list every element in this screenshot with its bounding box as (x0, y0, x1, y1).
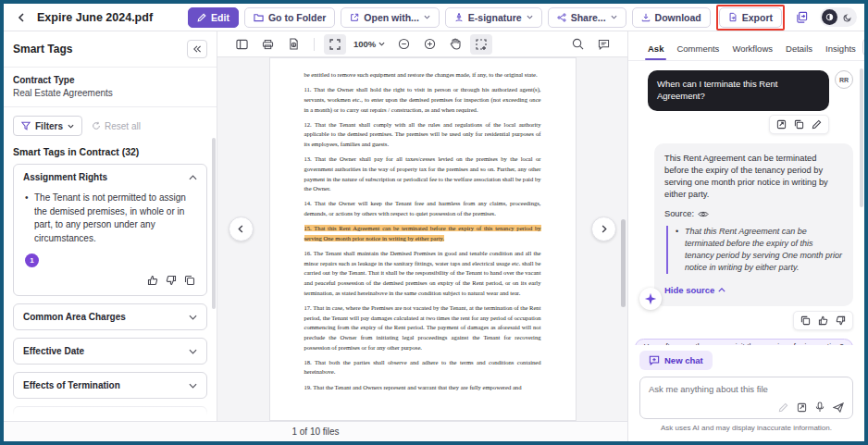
contrast-icon (825, 13, 834, 21)
tab-ask[interactable]: Ask (641, 40, 670, 60)
pdf-paragraph: 19. That the Tenant and Owners represent… (304, 383, 541, 393)
copy-icon[interactable] (184, 275, 195, 286)
annotations-button[interactable] (592, 34, 614, 55)
accordion-header[interactable]: Common Area Charges (14, 304, 206, 329)
user-avatar[interactable]: RR (835, 70, 853, 89)
print-button[interactable] (256, 34, 279, 55)
thumbs-down-icon[interactable] (166, 275, 177, 286)
filters-button[interactable]: Filters (13, 116, 82, 136)
pdf-paragraphs: be entitled to remove such equipment and… (304, 70, 541, 392)
thumbs-down-icon[interactable] (836, 315, 846, 326)
thumbnails-toggle-button[interactable] (230, 34, 253, 55)
open-with-label: Open with... (364, 12, 419, 23)
ai-disclaimer: Ask uses AI and may display inaccurate i… (639, 419, 853, 438)
filter-funnel-icon (21, 121, 31, 130)
quote-export-icon[interactable] (776, 119, 787, 130)
theme-toggle[interactable] (820, 7, 857, 27)
previous-page-button[interactable] (229, 216, 254, 241)
pen-icon[interactable] (778, 402, 788, 413)
panel-bottom: New chat Ask me anything about this file… (628, 345, 864, 441)
ai-message-actions (639, 311, 853, 330)
accordion-collapsed: Expiration Date (13, 406, 207, 421)
open-with-button[interactable]: Open with... (341, 7, 440, 28)
next-page-button[interactable] (591, 216, 616, 241)
chevron-down-icon (611, 15, 617, 19)
accordion-header[interactable]: Assignment Rights (14, 165, 206, 190)
pan-tool-button[interactable] (444, 34, 466, 55)
double-chevron-left-icon (192, 45, 202, 53)
search-button[interactable] (566, 34, 589, 55)
occurrence-badge[interactable]: 1 (25, 253, 39, 267)
ai-avatar (639, 288, 662, 310)
search-icon (572, 38, 584, 50)
accordion-header[interactable]: Effects of Termination (14, 373, 206, 398)
ai-answer-bubble: This Rent Agreement can be terminated be… (654, 143, 853, 306)
pdf-scrollbar[interactable] (621, 219, 626, 307)
zoom-out-button[interactable] (392, 34, 415, 55)
tab-comments[interactable]: Comments (670, 40, 725, 60)
hide-source-link[interactable]: Hide source (664, 284, 725, 296)
fit-to-screen-button[interactable] (324, 34, 346, 55)
reset-all-label: Reset all (105, 121, 141, 131)
microphone-icon[interactable] (815, 402, 825, 413)
edit-label: Edit (211, 12, 229, 23)
thumbs-up-icon[interactable] (818, 315, 828, 326)
back-button[interactable] (13, 9, 30, 26)
attach-content-icon[interactable] (797, 402, 807, 413)
pdf-paragraph-text: 13. That the Owner shall pay for all tax… (304, 155, 541, 192)
suggested-question-chip[interactable]: How often can the owner visit the premis… (635, 339, 853, 345)
pdf-canvas: be entitled to remove such equipment and… (217, 57, 627, 421)
tab-workflows[interactable]: Workflows (725, 40, 779, 60)
pdf-paragraph-text: 19. That the Tenant and Owners represent… (304, 384, 522, 390)
contract-type-block: Contract Type Real Estate Agreements (4, 68, 217, 107)
go-to-folder-button[interactable]: Go to Folder (244, 7, 335, 28)
eye-icon[interactable] (698, 210, 709, 218)
chevron-down-icon (189, 417, 197, 422)
esignature-button[interactable]: E-signature (445, 7, 542, 28)
hand-icon (450, 38, 461, 50)
document-download-button[interactable] (282, 34, 304, 55)
share-button[interactable]: Share... (548, 7, 626, 28)
pdf-page: be entitled to remove such equipment and… (269, 57, 577, 421)
collections-button[interactable] (790, 7, 812, 28)
tabs-expand-button[interactable] (862, 39, 868, 56)
copy-icon[interactable] (794, 119, 804, 130)
ask-input[interactable]: Ask me anything about this file (639, 377, 853, 419)
tab-details[interactable]: Details (779, 40, 819, 60)
download-button[interactable]: Download (632, 7, 711, 28)
filters-row: Filters Reset all (4, 107, 217, 144)
thumbs-up-icon[interactable] (147, 275, 158, 286)
ask-panel: Ask Comments Workflows Details Insights … (627, 31, 864, 441)
chat-area: When can I terminate this Rent Agreement… (628, 61, 864, 345)
accordion-header[interactable]: Expiration Date (14, 407, 206, 421)
edit-question-icon[interactable] (812, 119, 822, 130)
new-chat-button[interactable]: New chat (639, 351, 713, 370)
export-button[interactable]: Export (719, 7, 782, 28)
sidebar-collapse-button[interactable] (187, 40, 207, 58)
chevron-up-icon (189, 175, 197, 180)
accordion-header[interactable]: Effective Date (14, 339, 206, 364)
export-label: Export (742, 12, 773, 23)
chat-scrollbar[interactable] (860, 68, 863, 207)
send-icon[interactable] (833, 402, 844, 413)
copy-icon[interactable] (800, 315, 811, 326)
accordion-assignment-rights: Assignment Rights The Tenant is not perm… (13, 164, 207, 296)
user-message-bubble: When can I terminate this Rent Agreement… (648, 70, 829, 111)
zoom-in-button[interactable] (418, 34, 440, 55)
region-select-button[interactable] (470, 34, 492, 55)
new-chat-icon (649, 355, 660, 365)
panel-tabs: Ask Comments Workflows Details Insights (628, 31, 864, 61)
file-title: Expire June 2024.pdf (37, 11, 153, 24)
zoom-out-icon (398, 38, 410, 50)
edit-button[interactable]: Edit (188, 7, 239, 28)
chevron-left-icon (237, 225, 245, 233)
reset-all-button[interactable]: Reset all (92, 121, 141, 131)
share-label: Share... (571, 12, 606, 23)
zoom-level-dropdown[interactable]: 100% (350, 39, 389, 49)
sidebar-scrollbar[interactable] (212, 138, 216, 309)
app-window: Expire June 2024.pdf Edit Go to Folder O… (4, 4, 864, 441)
tab-insights[interactable]: Insights (819, 40, 862, 60)
chevron-down-icon (527, 15, 533, 19)
crescent-icon (843, 13, 852, 22)
pdf-paragraph: be entitled to remove such equipment and… (304, 70, 541, 80)
